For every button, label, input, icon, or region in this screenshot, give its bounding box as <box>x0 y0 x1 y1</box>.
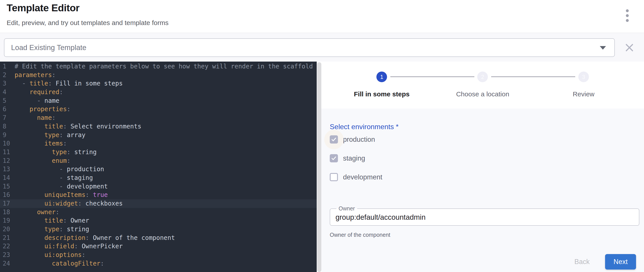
checkbox-unchecked-icon[interactable] <box>330 173 338 181</box>
checkbox-row-staging[interactable]: staging <box>330 149 644 168</box>
line-content: required: <box>14 88 63 97</box>
line-content: ui:field: OwnerPicker <box>14 242 123 251</box>
line-content: - staging <box>14 174 93 182</box>
code-line[interactable]: 7 name: <box>0 114 317 122</box>
code-line[interactable]: 14 - staging <box>0 174 317 182</box>
stepper-steps: 1Fill in some steps2Choose a location3Re… <box>321 62 644 98</box>
code-line[interactable]: 15 - development <box>0 182 317 191</box>
line-number: 10 <box>0 139 14 148</box>
code-line[interactable]: 8 title: Select environments <box>0 122 317 131</box>
line-number: 8 <box>0 122 14 131</box>
close-icon[interactable] <box>624 43 634 53</box>
owner-field-label: Owner <box>336 205 357 212</box>
line-content: parameters: <box>14 71 56 79</box>
line-number: 3 <box>0 79 14 88</box>
checkbox-label: development <box>343 173 382 181</box>
page-subtitle: Edit, preview, and try out templates and… <box>7 19 168 27</box>
code-line[interactable]: 10 items: <box>0 139 317 148</box>
checkbox-row-production[interactable]: production <box>330 130 644 149</box>
step-circle: 3 <box>578 72 589 82</box>
code-line[interactable]: 3 - title: Fill in some steps <box>0 79 317 88</box>
code-line[interactable]: 6 properties: <box>0 105 317 114</box>
code-line[interactable]: 21 description: Owner of the component <box>0 234 317 242</box>
line-content: # Edit the template parameters below to … <box>14 62 313 71</box>
back-button[interactable]: Back <box>570 254 594 269</box>
stepper-step-1[interactable]: 1Fill in some steps <box>331 72 432 98</box>
line-number: 1 <box>0 62 14 71</box>
more-options-button[interactable] <box>621 7 634 24</box>
line-number: 5 <box>0 97 14 105</box>
code-line[interactable]: 18 owner: <box>0 208 317 217</box>
step-circle: 2 <box>477 72 488 82</box>
load-existing-template-select[interactable]: Load Existing Template <box>4 38 615 57</box>
template-editor-page: Template Editor Edit, preview, and try o… <box>0 0 644 272</box>
line-content: - name <box>14 97 59 105</box>
page-title: Template Editor <box>7 2 80 14</box>
line-number: 23 <box>0 251 14 259</box>
code-line[interactable]: 2parameters: <box>0 71 317 79</box>
code-line[interactable]: 22 ui:field: OwnerPicker <box>0 242 317 251</box>
kebab-dot <box>626 19 629 22</box>
code-line[interactable]: 13 - production <box>0 165 317 174</box>
template-form: Select environments * productionstagingd… <box>321 108 644 272</box>
line-number: 18 <box>0 208 14 217</box>
line-content: type: string <box>14 225 89 234</box>
code-line[interactable]: 12 enum: <box>0 157 317 165</box>
line-number: 17 <box>0 199 14 208</box>
editor-scrollbar[interactable] <box>317 62 321 272</box>
line-content: name: <box>14 114 56 122</box>
line-content: uniqueItems: true <box>14 191 108 199</box>
code-line[interactable]: 23 ui:options: <box>0 251 317 259</box>
code-line[interactable]: 19 title: Owner <box>0 216 317 225</box>
line-number: 7 <box>0 114 14 122</box>
line-content: - development <box>14 182 108 191</box>
code-line[interactable]: 24 catalogFilter: <box>0 259 317 268</box>
checkbox-halo <box>330 154 338 162</box>
next-button[interactable]: Next <box>605 254 636 269</box>
kebab-dot <box>626 14 629 17</box>
code-line[interactable]: 17 ui:widget: checkboxes <box>0 199 317 208</box>
checkbox-checked-icon[interactable] <box>330 154 338 162</box>
line-content: catalogFilter: <box>14 259 104 268</box>
form-actions: Back Next <box>570 254 636 269</box>
code-line[interactable]: 20 type: string <box>0 225 317 234</box>
code-line[interactable]: 5 - name <box>0 97 317 105</box>
line-number: 9 <box>0 131 14 140</box>
required-marker: * <box>396 123 398 131</box>
line-content: - production <box>14 165 104 174</box>
line-content: type: array <box>14 131 85 140</box>
line-number: 11 <box>0 148 14 157</box>
checkbox-checked-icon[interactable] <box>330 135 338 144</box>
stepper-step-3[interactable]: 3Review <box>533 72 634 98</box>
line-number: 21 <box>0 234 14 242</box>
owner-field[interactable]: Owner group:default/accountadmin <box>330 205 639 226</box>
code-line[interactable]: 4 required: <box>0 88 317 97</box>
code-lines: 1# Edit the template parameters below to… <box>0 62 317 268</box>
step-circle: 1 <box>376 72 387 82</box>
yaml-code-editor[interactable]: 1# Edit the template parameters below to… <box>0 62 317 272</box>
step-label: Review <box>573 90 594 98</box>
code-line[interactable]: 1# Edit the template parameters below to… <box>0 62 317 71</box>
line-content: type: string <box>14 148 97 157</box>
checkbox-row-development[interactable]: development <box>330 168 644 187</box>
line-number: 24 <box>0 259 14 268</box>
line-content: ui:options: <box>14 251 85 259</box>
code-line[interactable]: 9 type: array <box>0 131 317 140</box>
load-template-toolbar: Load Existing Template <box>0 34 644 62</box>
line-number: 19 <box>0 216 14 225</box>
code-line[interactable]: 16 uniqueItems: true <box>0 191 317 199</box>
line-content: description: Owner of the component <box>14 234 175 242</box>
stepper-connector <box>390 76 474 77</box>
code-line[interactable]: 11 type: string <box>0 148 317 157</box>
select-placeholder: Load Existing Template <box>11 43 86 52</box>
line-content: items: <box>14 139 67 148</box>
line-number: 12 <box>0 157 14 165</box>
stepper-step-2[interactable]: 2Choose a location <box>432 72 533 98</box>
line-content: properties: <box>14 105 70 114</box>
line-content: title: Select environments <box>14 122 141 131</box>
line-number: 2 <box>0 71 14 79</box>
owner-field-value[interactable]: group:default/accountadmin <box>334 212 634 221</box>
template-preview-panel: 1Fill in some steps2Choose a location3Re… <box>321 62 644 272</box>
line-content: title: Owner <box>14 216 89 225</box>
line-content: enum: <box>14 157 70 165</box>
